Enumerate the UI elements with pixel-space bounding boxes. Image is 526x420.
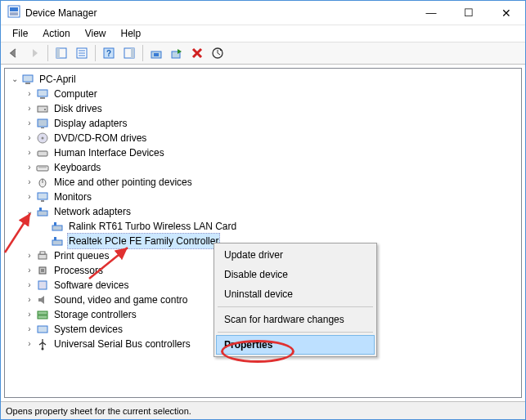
disk-drive-icon — [36, 102, 49, 115]
collapse-icon[interactable]: ⌄ — [25, 204, 34, 219]
forward-button[interactable] — [25, 43, 44, 63]
disable-device-button[interactable] — [167, 43, 187, 63]
expand-icon[interactable]: › — [25, 131, 34, 145]
tree-label: Processors — [52, 263, 105, 278]
tree-label-selected: Realtek PCIe FE Family Controller — [67, 233, 220, 249]
svg-rect-44 — [38, 281, 47, 289]
show-hide-console-tree-button[interactable] — [52, 43, 71, 63]
svg-rect-38 — [52, 240, 62, 245]
svg-rect-33 — [41, 200, 44, 202]
scan-hardware-button[interactable] — [208, 43, 227, 63]
svg-rect-47 — [38, 326, 47, 333]
usb-icon — [36, 337, 49, 351]
titlebar: Device Manager — ☐ ✕ — [1, 1, 525, 25]
properties-button[interactable] — [72, 43, 92, 63]
svg-rect-46 — [38, 315, 47, 319]
tree-label: Storage controllers — [52, 307, 138, 322]
tree-root[interactable]: ⌄ PC-April — [7, 72, 521, 87]
ctx-update-driver[interactable]: Update driver — [216, 245, 375, 265]
expand-icon[interactable]: › — [25, 145, 34, 160]
expand-icon[interactable]: › — [25, 337, 34, 351]
ctx-disable-device[interactable]: Disable device — [216, 265, 375, 284]
tree-label: Sound, video and game contro — [52, 293, 189, 307]
svg-point-26 — [42, 137, 44, 140]
expand-icon[interactable]: › — [25, 293, 34, 307]
svg-rect-1 — [10, 7, 18, 11]
expand-icon[interactable]: › — [25, 322, 34, 337]
expand-icon[interactable]: › — [25, 101, 34, 116]
svg-rect-39 — [54, 237, 56, 240]
svg-rect-37 — [54, 222, 56, 226]
svg-rect-20 — [40, 97, 45, 99]
uninstall-device-button[interactable] — [187, 43, 207, 63]
ctx-uninstall-device[interactable]: Uninstall device — [216, 284, 375, 304]
back-button[interactable] — [4, 43, 24, 63]
network-adapter-icon — [51, 235, 64, 248]
svg-rect-23 — [38, 119, 47, 127]
tree-item-ralink[interactable]: › Ralink RT61 Turbo Wireless LAN Card — [7, 219, 521, 234]
network-adapter-icon — [51, 220, 64, 233]
tree-item-hid[interactable]: › Human Interface Devices — [7, 145, 521, 160]
expand-icon[interactable]: › — [25, 175, 34, 190]
tree-label: Disk drives — [52, 101, 104, 116]
menu-help[interactable]: Help — [115, 26, 148, 41]
tree-label: Print queues — [52, 248, 110, 263]
svg-point-48 — [42, 348, 44, 351]
expand-icon[interactable]: › — [25, 248, 34, 263]
svg-rect-18 — [25, 83, 30, 84]
svg-rect-12 — [131, 48, 134, 58]
expand-icon[interactable]: › — [25, 307, 34, 322]
tree-item-monitors[interactable]: › Monitors — [7, 190, 521, 204]
svg-rect-41 — [40, 252, 45, 254]
tree-item-dvd[interactable]: › DVD/CD-ROM drives — [7, 131, 521, 145]
tree-item-disk-drives[interactable]: › Disk drives — [7, 101, 521, 116]
tree-item-keyboards[interactable]: › Keyboards — [7, 160, 521, 175]
device-manager-window: Device Manager — ☐ ✕ File Action View He… — [0, 0, 526, 420]
svg-rect-21 — [38, 106, 47, 112]
hid-icon — [36, 146, 49, 159]
expand-icon[interactable]: › — [25, 263, 34, 278]
menu-action[interactable]: Action — [36, 26, 76, 41]
expand-icon[interactable]: › — [25, 278, 34, 293]
menubar: File Action View Help — [1, 25, 525, 42]
window-title: Device Manager — [25, 7, 97, 19]
tree-item-display-adapters[interactable]: › Display adapters — [7, 116, 521, 131]
svg-rect-32 — [38, 193, 47, 199]
computer-icon — [36, 87, 49, 101]
menu-view[interactable]: View — [79, 26, 113, 41]
software-device-icon — [36, 279, 49, 292]
svg-rect-4 — [56, 48, 60, 58]
expand-icon[interactable]: › — [25, 190, 34, 204]
minimize-button[interactable]: — — [412, 1, 450, 25]
action-pane-button[interactable] — [119, 43, 139, 63]
menu-file[interactable]: File — [6, 26, 34, 41]
tree-label: Universal Serial Bus controllers — [52, 337, 192, 351]
tree-item-computer[interactable]: › Computer — [7, 87, 521, 101]
ctx-scan-hardware[interactable]: Scan for hardware changes — [216, 310, 375, 329]
context-menu: Update driver Disable device Uninstall d… — [214, 243, 377, 357]
tree-item-mice[interactable]: › Mice and other pointing devices — [7, 175, 521, 190]
expand-icon[interactable]: › — [25, 116, 34, 131]
ctx-properties[interactable]: Properties — [216, 335, 375, 355]
dvd-drive-icon — [36, 132, 49, 145]
storage-controller-icon — [36, 308, 49, 321]
processor-icon — [36, 264, 49, 277]
tree-label: Network adapters — [52, 204, 133, 219]
svg-point-22 — [44, 109, 46, 110]
expand-icon[interactable]: › — [25, 87, 34, 101]
collapse-icon[interactable]: ⌄ — [10, 72, 20, 87]
close-button[interactable]: ✕ — [488, 1, 525, 25]
update-driver-button[interactable] — [146, 43, 166, 63]
tree-label: Monitors — [52, 190, 93, 204]
tree-label: Keyboards — [52, 160, 102, 175]
mouse-icon — [36, 176, 49, 189]
tree-item-network-adapters[interactable]: ⌄ Network adapters — [7, 204, 521, 219]
svg-rect-14 — [154, 53, 159, 56]
svg-rect-36 — [52, 226, 62, 230]
maximize-button[interactable]: ☐ — [450, 1, 488, 25]
expand-icon[interactable]: › — [25, 160, 34, 175]
help-button[interactable]: ? — [99, 43, 119, 63]
svg-rect-17 — [23, 75, 33, 82]
toolbar: ? — [1, 42, 525, 65]
svg-rect-35 — [39, 208, 42, 211]
